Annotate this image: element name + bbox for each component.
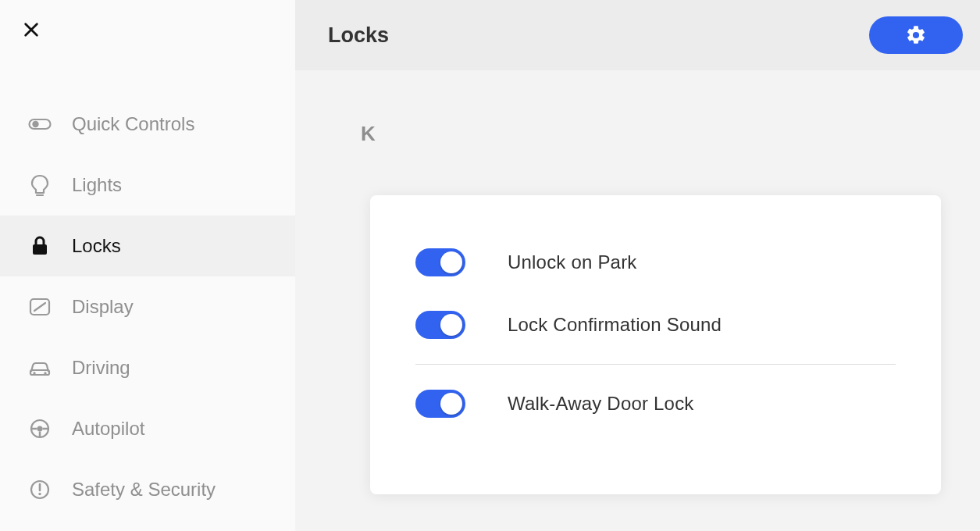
- svg-point-18: [38, 493, 41, 495]
- content: K Unlock on Park Lock Confirmation Sound: [295, 70, 980, 531]
- alert-icon: [28, 478, 52, 501]
- divider: [415, 364, 896, 365]
- bulb-icon: [28, 173, 52, 197]
- sidebar-item-label: Lights: [72, 174, 122, 196]
- sidebar-item-display[interactable]: Display: [0, 276, 295, 337]
- wheel-icon: [28, 417, 52, 440]
- sidebar-item-lights[interactable]: Lights: [0, 155, 295, 216]
- sidebar-item-label: Safety & Security: [72, 479, 216, 501]
- display-icon: [28, 295, 52, 319]
- toggle-knob: [440, 251, 462, 273]
- sidebar-item-quick-controls[interactable]: Quick Controls: [0, 94, 295, 155]
- svg-point-12: [37, 426, 43, 432]
- sidebar-item-driving[interactable]: Driving: [0, 337, 295, 398]
- toggle-knob: [440, 393, 462, 415]
- settings-button[interactable]: [869, 16, 963, 54]
- svg-rect-5: [33, 244, 47, 255]
- toggle-walk-away-door-lock[interactable]: [415, 390, 465, 418]
- sidebar-item-locks[interactable]: Locks: [0, 216, 295, 276]
- nav: Quick Controls Lights Locks Display: [0, 94, 295, 520]
- toggle-lock-confirmation-sound[interactable]: [415, 311, 465, 339]
- settings-card: Unlock on Park Lock Confirmation Sound W…: [370, 195, 941, 494]
- lock-icon: [28, 234, 52, 258]
- close-icon: [23, 21, 40, 38]
- toggle-row-lock-confirmation-sound: Lock Confirmation Sound: [415, 294, 896, 356]
- sidebar-item-autopilot[interactable]: Autopilot: [0, 398, 295, 459]
- main: Locks K Unlock on Park Lock Confirmation…: [295, 0, 980, 531]
- toggle-label: Walk-Away Door Lock: [508, 393, 694, 415]
- sidebar-item-label: Display: [72, 296, 134, 318]
- svg-point-9: [33, 372, 35, 374]
- sidebar-item-label: Quick Controls: [72, 113, 194, 135]
- svg-line-7: [34, 303, 45, 311]
- sidebar-item-label: Locks: [72, 235, 121, 257]
- svg-rect-8: [30, 370, 49, 375]
- toggle-icon: [28, 112, 52, 136]
- toggle-knob: [440, 314, 462, 336]
- page-title: Locks: [328, 23, 389, 48]
- sidebar-item-label: Autopilot: [72, 418, 144, 440]
- toggle-label: Unlock on Park: [508, 251, 637, 273]
- car-icon: [28, 356, 52, 380]
- close-button[interactable]: [20, 19, 42, 41]
- sidebar: Quick Controls Lights Locks Display: [0, 0, 295, 531]
- gear-icon: [905, 24, 927, 46]
- toggle-row-walk-away-door-lock: Walk-Away Door Lock: [415, 372, 896, 435]
- svg-point-10: [44, 372, 46, 374]
- toggle-label: Lock Confirmation Sound: [508, 314, 722, 336]
- header: Locks: [295, 0, 980, 70]
- sidebar-item-safety-security[interactable]: Safety & Security: [0, 459, 295, 520]
- svg-point-3: [32, 121, 38, 127]
- sidebar-item-label: Driving: [72, 357, 130, 379]
- toggle-unlock-on-park[interactable]: [415, 248, 465, 276]
- background-label: K: [361, 122, 376, 146]
- toggle-row-unlock-on-park: Unlock on Park: [415, 231, 896, 294]
